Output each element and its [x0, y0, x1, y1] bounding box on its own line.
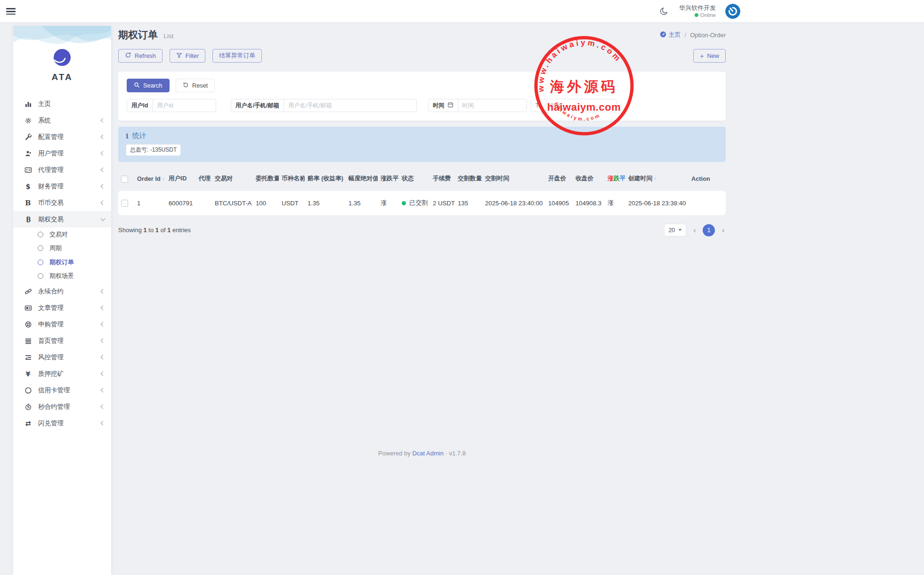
- sidebar-item-finance[interactable]: $ 财务管理: [13, 178, 111, 194]
- chevron-left-icon: [101, 289, 105, 294]
- updown-colored-header: 涨跌平: [605, 170, 625, 187]
- current-page-button[interactable]: 1: [703, 224, 715, 236]
- sidebar-item-home[interactable]: 主页: [13, 96, 111, 112]
- cell-updown2: 涨: [605, 191, 625, 215]
- reset-icon: [183, 82, 189, 89]
- caret-down-icon: [678, 229, 682, 231]
- sidebar-item-agents[interactable]: 代理管理: [13, 162, 111, 178]
- sidebar-item-perpetual[interactable]: 永续合约: [13, 283, 111, 300]
- filter-funnel-icon: [176, 52, 182, 60]
- sort-asc-icon[interactable]: ↑: [654, 176, 657, 181]
- main-content: 期权订单 List 主页 / Option-Order Refresh: [118, 28, 726, 236]
- sidebar-item-homepage[interactable]: 首页管理: [13, 332, 111, 349]
- refresh-button[interactable]: Refresh: [118, 49, 162, 63]
- row-checkbox[interactable]: [121, 200, 128, 207]
- chart-bar-icon: [24, 100, 32, 108]
- dcat-admin-link[interactable]: Dcat Admin: [412, 450, 443, 457]
- sidebar-item-option-trade[interactable]: B 期权交易: [13, 211, 111, 227]
- circle-bullet-icon: [38, 232, 43, 237]
- sidebar-menu: 主页 系统 配置管理 用户管理: [13, 96, 111, 431]
- reset-button[interactable]: Reset: [176, 79, 215, 92]
- prev-page-button[interactable]: ‹: [692, 226, 697, 235]
- online-status-dot: [695, 13, 698, 17]
- sidebar-subitem-pairs[interactable]: 交易对: [13, 227, 111, 242]
- cell-fee: 2 USDT: [430, 191, 455, 215]
- sidebar-item-config[interactable]: 配置管理: [13, 129, 111, 145]
- filter-label-user-id: 用户Id: [127, 99, 153, 112]
- indent-list-icon: [24, 354, 32, 361]
- top-navbar: 华兴软件开发 Online: [0, 0, 924, 23]
- sidebar-item-credit-card[interactable]: 信用卡管理: [13, 382, 111, 398]
- sidebar-item-subscription[interactable]: 申购管理: [13, 316, 111, 332]
- sidebar-item-articles[interactable]: 文章管理: [13, 300, 111, 316]
- sidebar-item-spot-trade[interactable]: B 币币交易: [13, 194, 111, 211]
- user-id-input[interactable]: [153, 99, 216, 112]
- svg-text:5: 5: [27, 405, 29, 409]
- cell-action: [689, 191, 726, 215]
- filter-button[interactable]: Filter: [170, 49, 205, 63]
- sidebar-item-staking[interactable]: ¥ 质押挖矿: [13, 365, 111, 382]
- filter-label-user-contact: 用户名/手机/邮箱: [231, 99, 284, 112]
- time-end-input[interactable]: [546, 99, 616, 112]
- circle-icon: [24, 387, 32, 394]
- brand-logo-icon: [53, 49, 71, 66]
- sidebar-toggle-icon[interactable]: [6, 7, 16, 16]
- search-button[interactable]: Search: [127, 79, 170, 92]
- chevron-down-icon: [101, 216, 105, 221]
- sidebar-item-system[interactable]: 系统: [13, 112, 111, 129]
- sidebar-item-risk-control[interactable]: 风控管理: [13, 349, 111, 365]
- list-footer: Showing 1 to 1 of 1 entries 20 ‹ 1 ›: [118, 224, 726, 236]
- new-button[interactable]: + New: [693, 49, 726, 63]
- sidebar-subitem-period[interactable]: 周期: [13, 242, 111, 256]
- user-group-icon: [24, 150, 32, 157]
- sidebar: ATA 主页 系统 配置管理: [13, 26, 111, 575]
- sidebar-subitem-option-scenes[interactable]: 期权场景: [13, 269, 111, 283]
- calendar-icon: [447, 102, 454, 109]
- wrench-icon: [24, 133, 32, 141]
- exchange-arrows-icon: ⇄: [24, 420, 32, 427]
- chevron-left-icon: [101, 135, 105, 139]
- next-page-button[interactable]: ›: [721, 226, 726, 235]
- cell-order-id: 1: [134, 191, 166, 215]
- total-pnl-badge: 总盈亏: -135USDT: [126, 144, 181, 156]
- chevron-left-icon: [101, 405, 105, 409]
- breadcrumb-separator: /: [685, 32, 687, 39]
- life-ring-icon: [24, 321, 32, 328]
- sort-asc-icon[interactable]: ↑: [162, 176, 165, 182]
- time-start-input[interactable]: [458, 99, 527, 112]
- cell-created-at: 2025-06-18 23:38:40: [625, 191, 689, 215]
- refresh-icon: [125, 52, 131, 60]
- sidebar-subitem-option-orders[interactable]: 期权订单: [13, 255, 111, 269]
- settle-abnormal-orders-button[interactable]: 结算异常订单: [212, 49, 262, 63]
- filter-label-time: 时间: [433, 102, 445, 110]
- letter-b-icon: B: [24, 199, 32, 207]
- user-avatar[interactable]: [725, 4, 740, 19]
- statistics-title: 统计: [132, 131, 146, 140]
- sidebar-item-second-contract[interactable]: 5 秒合约管理: [13, 398, 111, 415]
- sidebar-item-flash-exchange[interactable]: ⇄ 闪兑管理: [13, 415, 111, 431]
- chevron-left-icon: [101, 388, 105, 393]
- sidebar-item-users[interactable]: 用户管理: [13, 145, 111, 162]
- page-footer: Powered by Dcat Admin · v1.7.8: [118, 450, 726, 457]
- cell-settle-amount: 135: [455, 191, 482, 215]
- newspaper-icon: [24, 304, 32, 312]
- user-contact-input[interactable]: [284, 99, 416, 112]
- filter-field-time-start: 时间: [428, 99, 527, 112]
- chevron-left-icon: [101, 322, 105, 327]
- user-name: 华兴软件开发: [679, 4, 716, 12]
- filter-field-user-contact: 用户名/手机/邮箱: [231, 99, 417, 112]
- circle-bullet-icon: [38, 245, 43, 251]
- user-info[interactable]: 华兴软件开发 Online: [679, 4, 716, 19]
- bitcoin-icon: B: [24, 216, 32, 223]
- stopwatch-icon: 5: [24, 403, 32, 411]
- breadcrumb-current: Option-Order: [690, 32, 726, 39]
- table-header-row: Order Id↑ 用户ID 代理 交易对 委托数量 币种名称 赔率 (收益率)…: [118, 170, 726, 187]
- brand-name: ATA: [13, 72, 111, 82]
- select-all-checkbox[interactable]: [121, 176, 128, 183]
- breadcrumb-home-link[interactable]: 主页: [660, 31, 681, 39]
- chevron-left-icon: [101, 339, 105, 343]
- dark-mode-moon-icon[interactable]: [658, 6, 670, 17]
- cell-status: 已交割: [399, 191, 430, 215]
- filter-field-user-id: 用户Id: [127, 99, 216, 112]
- per-page-select[interactable]: 20: [664, 224, 686, 236]
